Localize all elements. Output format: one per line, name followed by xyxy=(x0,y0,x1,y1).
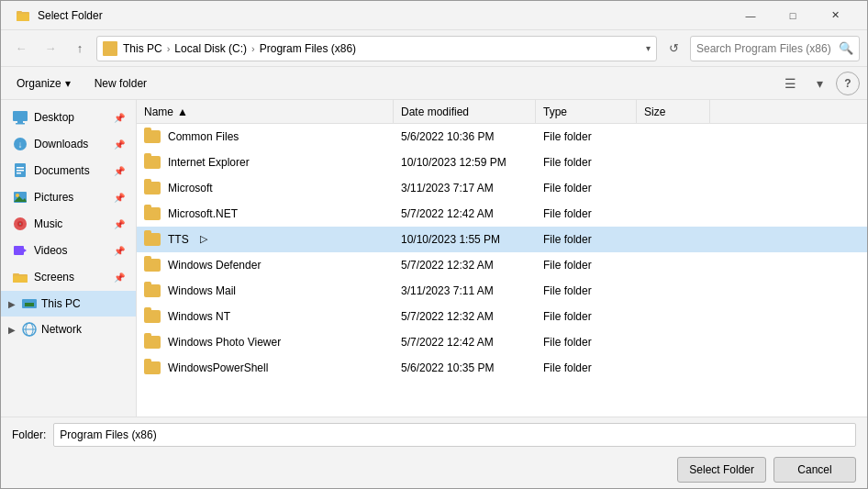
file-name: Windows Photo Viewer xyxy=(168,336,281,349)
sidebar-item-pictures[interactable]: Pictures 📌 xyxy=(5,184,132,210)
new-folder-label: New folder xyxy=(95,77,147,90)
pictures-icon xyxy=(12,189,28,206)
file-name: Microsoft.NET xyxy=(168,207,238,220)
title-bar: Select Folder — □ ✕ xyxy=(1,1,867,30)
sidebar-item-screens[interactable]: Screens 📌 xyxy=(5,264,132,290)
svg-rect-21 xyxy=(13,276,28,283)
pin-icon-4: 📌 xyxy=(114,193,125,203)
col-header-date[interactable]: Date modified xyxy=(394,100,536,123)
file-name: WindowsPowerShell xyxy=(168,361,268,374)
folder-icon xyxy=(144,207,161,220)
file-date-cell: 3/11/2023 7:11 AM xyxy=(394,278,536,303)
table-row[interactable]: Windows Mail 3/11/2023 7:11 AM File fold… xyxy=(137,278,867,304)
file-date-cell: 5/6/2022 10:36 PM xyxy=(394,124,536,149)
breadcrumb-programfiles: Program Files (x86) xyxy=(260,42,356,55)
close-button[interactable]: ✕ xyxy=(814,1,856,30)
view-list-button[interactable]: ☰ xyxy=(777,72,803,95)
svg-rect-9 xyxy=(17,167,24,169)
refresh-button[interactable]: ↺ xyxy=(661,36,686,61)
sidebar-item-videos[interactable]: Videos 📌 xyxy=(5,238,132,263)
table-row[interactable]: Windows NT 5/7/2022 12:32 AM File folder xyxy=(137,304,867,329)
new-folder-button[interactable]: New folder xyxy=(86,72,155,95)
table-row[interactable]: Internet Explorer 10/10/2023 12:59 PM Fi… xyxy=(137,150,867,175)
file-list: Name ▲ Date modified Type Size Common Fi… xyxy=(137,100,867,417)
title-bar-left: Select Folder xyxy=(16,8,103,23)
cancel-button[interactable]: Cancel xyxy=(773,457,856,483)
table-row[interactable]: WindowsPowerShell 5/6/2022 10:35 PM File… xyxy=(137,355,867,381)
organize-button[interactable]: Organize ▾ xyxy=(8,72,79,95)
folder-icon xyxy=(144,259,161,272)
main-content: Desktop 📌 ↓ Downloads 📌 xyxy=(1,100,867,417)
sidebar-item-documents-label: Documents xyxy=(34,164,90,177)
breadcrumb-localdisk: Local Disk (C:) xyxy=(174,42,247,55)
col-header-type[interactable]: Type xyxy=(536,100,637,123)
search-input[interactable] xyxy=(696,42,835,55)
documents-icon xyxy=(12,162,28,179)
minimize-button[interactable]: — xyxy=(729,1,772,30)
sidebar-item-music[interactable]: Music 📌 xyxy=(5,211,132,237)
forward-button[interactable]: → xyxy=(38,36,63,61)
tree-item-thispc[interactable]: ▶ This PC xyxy=(1,291,136,317)
tree-item-thispc-label: This PC xyxy=(41,297,81,310)
music-icon xyxy=(12,216,28,232)
file-name: Common Files xyxy=(168,130,239,143)
svg-rect-3 xyxy=(13,111,28,121)
file-name-cell: Common Files xyxy=(137,124,394,149)
table-row[interactable]: Common Files 5/6/2022 10:36 PM File fold… xyxy=(137,124,867,150)
action-buttons: Select Folder Cancel xyxy=(1,451,867,488)
sidebar-item-downloads[interactable]: ↓ Downloads 📌 xyxy=(5,131,132,157)
svg-rect-24 xyxy=(25,303,34,306)
file-name: Windows Mail xyxy=(168,284,236,297)
toolbar: Organize ▾ New folder ☰ ▾ ? xyxy=(1,67,867,100)
table-row[interactable]: TTS ▷ 10/10/2023 1:55 PM File folder xyxy=(137,227,867,252)
address-bar: ← → ↑ This PC › Local Disk (C:) › Progra… xyxy=(1,30,867,67)
help-button[interactable]: ? xyxy=(836,72,860,95)
file-size-cell xyxy=(637,227,710,251)
file-type-cell: File folder xyxy=(536,252,637,277)
file-size-cell xyxy=(637,252,710,277)
file-name-cell: WindowsPowerShell xyxy=(137,355,394,380)
network-chevron-icon: ▶ xyxy=(6,325,17,335)
table-row[interactable]: Windows Defender 5/7/2022 12:32 AM File … xyxy=(137,252,867,278)
file-date-cell: 3/11/2023 7:17 AM xyxy=(394,175,536,200)
table-row[interactable]: Windows Photo Viewer 5/7/2022 12:42 AM F… xyxy=(137,329,867,355)
breadcrumb-sep-1: › xyxy=(167,43,171,54)
dialog-title: Select Folder xyxy=(38,9,103,22)
folder-icon xyxy=(144,156,161,169)
up-button[interactable]: ↑ xyxy=(67,36,93,61)
file-date-cell: 5/7/2022 12:42 AM xyxy=(394,201,536,226)
file-rows-container: Common Files 5/6/2022 10:36 PM File fold… xyxy=(137,124,867,381)
svg-rect-1 xyxy=(17,14,29,21)
back-button[interactable]: ← xyxy=(8,36,34,61)
cursor-indicator: ▷ xyxy=(200,233,207,245)
svg-rect-2 xyxy=(17,11,22,13)
sidebar-item-desktop[interactable]: Desktop 📌 xyxy=(5,105,132,130)
pin-icon: 📌 xyxy=(114,113,125,123)
tree-item-network[interactable]: ▶ Network xyxy=(1,317,136,342)
col-header-size[interactable]: Size xyxy=(637,100,710,123)
sidebar-item-downloads-label: Downloads xyxy=(34,138,88,150)
file-type-cell: File folder xyxy=(536,175,637,200)
file-name-cell: Microsoft.NET xyxy=(137,201,394,226)
file-date-cell: 10/10/2023 12:59 PM xyxy=(394,150,536,174)
svg-text:↓: ↓ xyxy=(18,139,23,150)
pin-icon-7: 📌 xyxy=(114,272,125,283)
sidebar-item-desktop-label: Desktop xyxy=(34,111,74,124)
file-date-cell: 5/7/2022 12:32 AM xyxy=(394,304,536,328)
file-name: Windows Defender xyxy=(168,259,261,272)
svg-rect-18 xyxy=(14,246,24,255)
sidebar-item-documents[interactable]: Documents 📌 xyxy=(5,158,132,183)
folder-value-text: Program Files (x86) xyxy=(60,428,156,441)
svg-rect-10 xyxy=(17,170,24,172)
select-folder-button[interactable]: Select Folder xyxy=(677,457,766,483)
breadcrumb-bar[interactable]: This PC › Local Disk (C:) › Program File… xyxy=(96,36,657,61)
file-size-cell xyxy=(637,278,710,303)
breadcrumb-dropdown-icon: ▾ xyxy=(646,43,651,53)
view-dropdown-button[interactable]: ▾ xyxy=(807,72,832,95)
table-row[interactable]: Microsoft.NET 5/7/2022 12:42 AM File fol… xyxy=(137,201,867,227)
table-row[interactable]: Microsoft 3/11/2023 7:17 AM File folder xyxy=(137,175,867,201)
file-name-cell: Microsoft xyxy=(137,175,394,200)
dialog-icon xyxy=(16,8,30,23)
col-header-name[interactable]: Name ▲ xyxy=(137,100,394,123)
maximize-button[interactable]: □ xyxy=(772,1,814,30)
